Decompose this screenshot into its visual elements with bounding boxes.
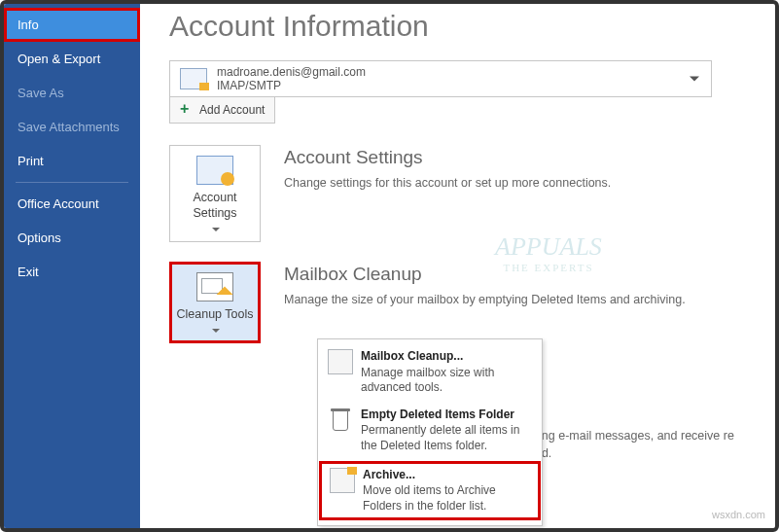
section-account-settings: Account Settings Account Settings Change… [169,145,746,242]
account-protocol: IMAP/SMTP [217,79,366,92]
sidebar-item-open-export[interactable]: Open & Export [4,42,140,76]
account-email: madroane.denis@gmail.com [217,65,366,79]
menu-item-desc: Move old items to Archive Folders in the… [363,483,496,513]
account-selector[interactable]: madroane.denis@gmail.com IMAP/SMTP [169,60,712,97]
account-settings-desc: Change settings for this account or set … [284,174,746,192]
menu-item-archive[interactable]: Archive... Move old items to Archive Fol… [320,462,540,520]
sidebar-item-print[interactable]: Print [4,144,140,178]
account-settings-icon [196,156,233,185]
mailbox-cleanup-desc: Manage the size of your mailbox by empty… [284,291,746,308]
mailbox-cleanup-icon [328,349,353,374]
cleanup-tools-button-label: Cleanup Tools [177,307,254,323]
archive-icon [330,468,355,493]
sidebar-item-save-as: Save As [4,76,140,110]
main-panel: Account Information madroane.denis@gmail… [140,4,775,528]
trash-icon [328,408,353,433]
account-settings-button-label: Account Settings [174,191,256,221]
backstage-sidebar: Info Open & Export Save As Save Attachme… [4,4,140,528]
dropdown-caret-icon [210,223,220,235]
page-title: Account Information [169,10,746,43]
sidebar-item-info[interactable]: Info [4,8,140,42]
menu-item-title: Empty Deleted Items Folder [361,408,532,423]
sidebar-item-save-attachments: Save Attachments [4,110,140,144]
cleanup-tools-menu: Mailbox Cleanup... Manage mailbox size w… [317,338,543,526]
menu-item-desc: Manage mailbox size with advanced tools. [361,366,494,395]
menu-item-desc: Permanently delete all items in the Dele… [361,423,519,452]
sidebar-item-options[interactable]: Options [4,221,140,255]
sidebar-item-office-account[interactable]: Office Account [4,187,140,221]
sidebar-divider [16,182,128,183]
section-mailbox-cleanup: Cleanup Tools Mailbox Cleanup Manage the… [169,262,746,343]
menu-item-title: Mailbox Cleanup... [361,349,532,365]
chevron-down-icon [690,77,699,82]
sidebar-item-exit[interactable]: Exit [4,255,140,289]
account-settings-button[interactable]: Account Settings [169,145,261,242]
menu-item-empty-deleted[interactable]: Empty Deleted Items Folder Permanently d… [318,402,542,460]
account-settings-title: Account Settings [284,147,746,168]
mail-account-icon [180,68,207,89]
plus-icon: + [180,103,194,117]
cleanup-tools-button[interactable]: Cleanup Tools [169,262,261,343]
menu-item-mailbox-cleanup[interactable]: Mailbox Cleanup... Manage mailbox size w… [318,343,542,402]
account-selector-text: madroane.denis@gmail.com IMAP/SMTP [217,65,366,93]
menu-item-title: Archive... [363,468,530,483]
dropdown-caret-icon [210,324,220,337]
add-account-button[interactable]: + Add Account [169,96,275,124]
mailbox-cleanup-title: Mailbox Cleanup [284,264,746,285]
cleanup-tools-icon [196,272,233,301]
source-watermark: wsxdn.com [712,509,765,520]
add-account-label: Add Account [199,103,265,117]
